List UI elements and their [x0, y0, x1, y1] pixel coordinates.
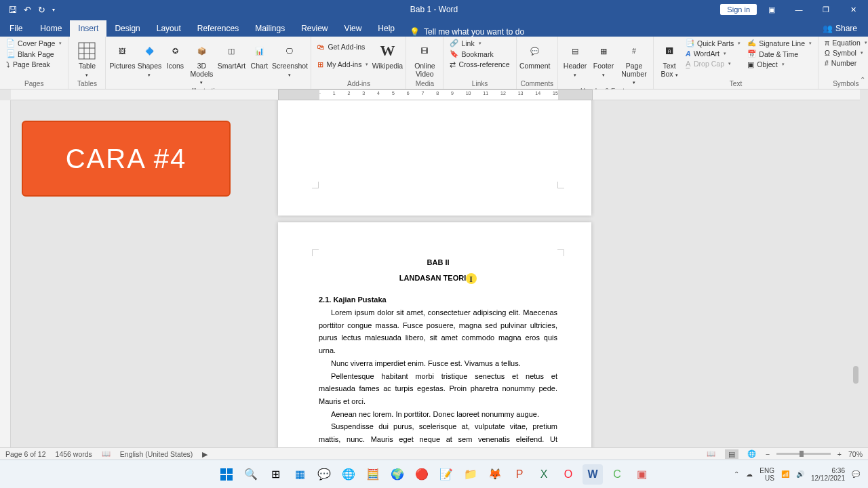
start-icon[interactable]: [216, 464, 237, 485]
table-button[interactable]: Table▾: [73, 38, 101, 78]
opera-icon[interactable]: O: [558, 464, 578, 485]
web-layout-icon[interactable]: 🌐: [745, 449, 759, 459]
firefox-icon[interactable]: 🦊: [485, 464, 505, 485]
customize-qat-icon[interactable]: ▾: [52, 7, 55, 13]
read-mode-icon[interactable]: 📖: [705, 449, 718, 459]
explorer-icon[interactable]: 📁: [460, 464, 481, 485]
camtasia-icon[interactable]: C: [607, 464, 627, 485]
tab-layout[interactable]: Layout: [149, 20, 189, 37]
ribbon-display-icon[interactable]: ▣: [760, 0, 784, 19]
zoom-slider[interactable]: [776, 453, 831, 455]
volume-icon[interactable]: 🔊: [796, 470, 804, 478]
comment-button[interactable]: 💬Comment: [521, 38, 549, 70]
link-button[interactable]: 🔗Link▾: [448, 38, 511, 48]
vertical-ruler[interactable]: [0, 100, 11, 447]
widgets-icon[interactable]: ▦: [290, 464, 310, 485]
object-button[interactable]: ▣Object▾: [745, 60, 814, 69]
zoom-out-button[interactable]: −: [766, 450, 770, 458]
smartart-button[interactable]: ◫SmartArt: [217, 38, 245, 70]
icons-button[interactable]: ✪Icons: [164, 38, 186, 70]
notifications-icon[interactable]: 💬: [852, 470, 860, 478]
app2-icon[interactable]: ▣: [631, 464, 652, 485]
language-indicator[interactable]: English (United States): [120, 450, 193, 458]
close-icon[interactable]: ✕: [841, 0, 865, 19]
drop-cap-button[interactable]: A̲Drop Cap▾: [684, 59, 743, 68]
teams-icon[interactable]: 💬: [314, 464, 334, 485]
page-indicator[interactable]: Page 6 of 12: [5, 450, 46, 458]
page-content[interactable]: BAB II LANDASAN TEORI 2.1. Kajian Pustak…: [319, 256, 557, 458]
equation-button[interactable]: πEquation▾: [823, 38, 868, 47]
excel-icon[interactable]: X: [534, 464, 554, 485]
collapse-ribbon-icon[interactable]: ⌃: [860, 76, 865, 83]
cross-reference-button[interactable]: ⇄Cross-reference: [448, 60, 511, 69]
shapes-button[interactable]: 🔷Shapes ▾: [137, 38, 161, 78]
word-count[interactable]: 1456 words: [56, 450, 92, 458]
maximize-icon[interactable]: ❐: [814, 0, 838, 19]
page-break-button[interactable]: ⤵Page Break: [4, 60, 64, 69]
date-time-button[interactable]: 📅Date & Time: [745, 49, 814, 59]
clock[interactable]: 6:36 12/12/2021: [811, 467, 845, 482]
cover-page-label: Cover Page: [18, 39, 55, 47]
edge-icon[interactable]: 🌐: [338, 464, 359, 485]
tab-references[interactable]: References: [189, 20, 247, 37]
tray-chevron-icon[interactable]: ⌃: [734, 470, 739, 478]
save-icon[interactable]: 🖫: [8, 5, 17, 15]
wikipedia-button[interactable]: WWikipedia: [373, 38, 401, 70]
spell-check-icon[interactable]: 📖: [102, 449, 111, 458]
quick-parts-button[interactable]: 📑Quick Parts▾: [684, 38, 743, 48]
task-view-icon[interactable]: ⊞: [265, 464, 285, 485]
tab-mailings[interactable]: Mailings: [247, 20, 293, 37]
header-button[interactable]: ▤Header▾: [562, 38, 588, 78]
wordart-button[interactable]: AWordArt▾: [684, 49, 743, 58]
language-switcher[interactable]: ENG US: [760, 467, 774, 482]
footer-button[interactable]: ▦Footer▾: [591, 38, 616, 78]
bookmark-button[interactable]: 🔖Bookmark: [448, 49, 511, 59]
chart-button[interactable]: 📊Chart: [248, 38, 270, 70]
cover-page-icon: 📄: [6, 39, 15, 47]
my-addins-button[interactable]: ⊞My Add-ins▾: [315, 60, 370, 69]
blank-page-button[interactable]: 📃Blank Page: [4, 49, 64, 59]
search-icon[interactable]: 🔍: [241, 464, 261, 485]
notepad-icon[interactable]: 📝: [436, 464, 456, 485]
page-current[interactable]: BAB II LANDASAN TEORI 2.1. Kajian Pustak…: [278, 222, 591, 476]
tab-view[interactable]: View: [336, 20, 370, 37]
chrome-icon[interactable]: 🔴: [412, 464, 432, 485]
page-previous[interactable]: [278, 100, 591, 216]
page-number-button[interactable]: #Page Number ▾: [619, 38, 649, 86]
powerpoint-icon[interactable]: P: [509, 464, 530, 485]
tab-file[interactable]: File: [0, 20, 32, 37]
tell-me-search[interactable]: 💡 Tell me what you want to do: [403, 27, 531, 37]
undo-icon[interactable]: ↶: [24, 5, 31, 15]
share-button[interactable]: 👥 Share: [812, 20, 868, 37]
symbol-button[interactable]: ΩSymbol▾: [823, 48, 868, 58]
tab-help[interactable]: Help: [370, 20, 403, 37]
redo-icon[interactable]: ↻: [38, 5, 45, 15]
tab-review[interactable]: Review: [293, 20, 336, 37]
title-bar: 🖫 ↶ ↻ ▾ Bab 1 - Word Sign in ▣ — ❐ ✕: [0, 0, 868, 19]
app-icon[interactable]: 🌍: [387, 464, 408, 485]
number-button[interactable]: #Number: [823, 58, 868, 68]
screenshot-button[interactable]: 🖵Screenshot ▾: [273, 38, 307, 78]
sign-in-button[interactable]: Sign in: [720, 4, 757, 15]
signature-line-button[interactable]: ✍Signature Line▾: [745, 38, 814, 48]
get-addins-button[interactable]: 🛍Get Add-ins: [315, 42, 370, 52]
online-video-button[interactable]: 🎞Online Video: [410, 38, 439, 78]
tab-insert[interactable]: Insert: [70, 20, 106, 37]
calculator-icon[interactable]: 🧮: [363, 464, 383, 485]
tab-design[interactable]: Design: [106, 20, 148, 37]
pictures-button[interactable]: 🖼Pictures: [110, 38, 134, 70]
3d-models-button[interactable]: 📦3D Models ▾: [189, 38, 214, 86]
zoom-level[interactable]: 70%: [848, 450, 863, 458]
wifi-icon[interactable]: 📶: [781, 470, 789, 478]
vertical-scrollbar-thumb[interactable]: [853, 366, 859, 384]
horizontal-ruler[interactable]: ·123456789101112131415: [11, 89, 860, 100]
minimize-icon[interactable]: —: [787, 0, 811, 19]
word-icon[interactable]: W: [583, 464, 603, 485]
cover-page-button[interactable]: 📄Cover Page▾: [4, 38, 64, 48]
tab-home[interactable]: Home: [32, 20, 70, 37]
text-box-button[interactable]: 🅰Text Box ▾: [658, 38, 681, 78]
onedrive-icon[interactable]: ☁: [746, 470, 753, 478]
zoom-in-button[interactable]: +: [837, 450, 842, 458]
macro-icon[interactable]: ▶: [202, 450, 208, 458]
print-layout-icon[interactable]: ▤: [725, 449, 738, 459]
